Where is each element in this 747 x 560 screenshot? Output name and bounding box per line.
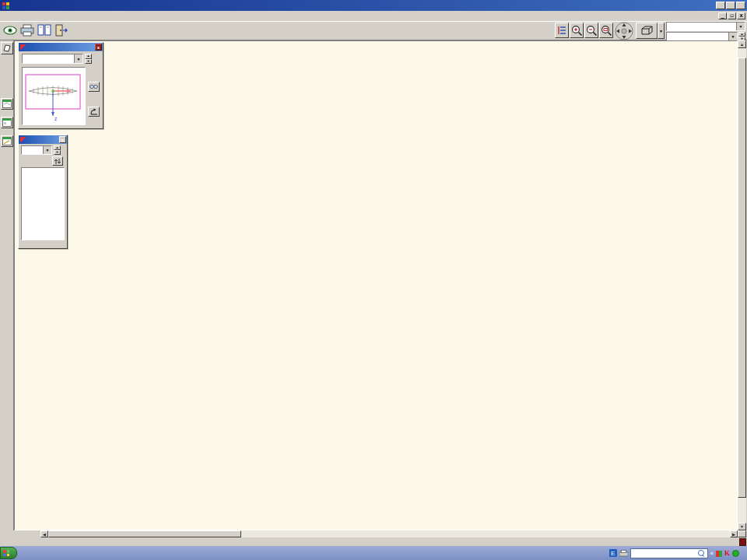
print-preview-button[interactable] — [37, 23, 52, 38]
panel-toggle-ansicht-button[interactable] — [1, 98, 13, 110]
contour-legend — [21, 167, 65, 240]
tray-app-icon[interactable]: E — [609, 546, 617, 560]
panel-close-icon[interactable]: x — [95, 44, 102, 51]
view-apply-button[interactable] — [88, 82, 100, 92]
desktop-search-box[interactable] — [630, 548, 708, 558]
minimize-button[interactable] — [716, 2, 725, 9]
recalc-button[interactable] — [52, 156, 63, 166]
print-button[interactable] — [19, 23, 35, 38]
chevron-down-icon[interactable]: ▼ — [728, 33, 737, 40]
close-button[interactable] — [736, 2, 745, 9]
printer-icon — [20, 24, 34, 37]
title-bar — [0, 0, 747, 11]
zoom-out-icon — [586, 25, 598, 37]
spinner-down-icon[interactable]: ▼ — [85, 59, 92, 65]
curved-arrow-icon — [89, 108, 99, 116]
exit-button[interactable] — [54, 23, 69, 38]
drawing-viewport[interactable]: x ▼ ▲ ▼ — [14, 40, 738, 530]
app-icon — [2, 2, 9, 9]
status-stop-icon[interactable] — [739, 538, 746, 546]
ansicht-panel-titlebar[interactable]: x — [19, 43, 103, 51]
panel-window-icon — [2, 100, 12, 108]
pan-pad-icon — [615, 22, 633, 40]
scroll-down-icon[interactable]: ▼ — [738, 523, 746, 530]
panel-icon — [20, 44, 26, 50]
ebene-combo[interactable]: ▼ — [22, 54, 83, 64]
toolbar: ▼ ▼ ▼ ▲ ▼ — [0, 21, 747, 40]
scroll-left-icon[interactable]: ◀ — [40, 530, 48, 537]
tray-printer-icon[interactable] — [619, 546, 628, 560]
plane-preview-drawing: z — [23, 68, 83, 123]
z-axis-label: z — [54, 116, 57, 121]
polygon-plane-icon — [2, 44, 12, 53]
tray-antivirus-icon[interactable]: K — [724, 549, 730, 557]
status-bar — [0, 537, 747, 546]
horizontal-scrollbar[interactable]: ◀ ▶ — [40, 530, 738, 537]
cube-3d-icon — [639, 25, 654, 37]
zoom-out-button[interactable] — [584, 23, 598, 38]
tree-list-icon — [556, 25, 567, 36]
tray-status-icon[interactable] — [732, 546, 739, 560]
vertical-scroll-thumb[interactable] — [738, 58, 746, 498]
konturen-panel: x ▼ ▲ ▼ — [18, 135, 68, 249]
scroll-right-icon[interactable]: ▶ — [730, 530, 738, 537]
chevron-down-icon[interactable]: ▼ — [736, 23, 745, 30]
contour-spinner[interactable]: ▲ ▼ — [54, 145, 61, 155]
panel-toggle-konturen-button[interactable] — [1, 117, 13, 128]
mdi-minimize-button[interactable]: _ — [718, 12, 727, 19]
exit-door-icon — [54, 24, 68, 37]
tray-color-icon[interactable] — [716, 546, 722, 560]
left-tool-strip — [0, 40, 14, 537]
contour-quantity-combo[interactable]: ▼ — [21, 145, 52, 155]
scroll-corner — [0, 530, 40, 537]
selection-button[interactable] — [88, 107, 100, 117]
eye-icon — [3, 25, 17, 36]
view-3d-dropdown[interactable]: ▼ — [658, 23, 665, 39]
view-glasses-icon — [89, 83, 98, 90]
ansicht-ebenen-panel: x ▼ ▲ ▼ — [18, 42, 103, 129]
search-input[interactable] — [633, 550, 698, 557]
restore-button[interactable] — [726, 2, 735, 9]
scroll-up-icon[interactable]: ▲ — [738, 40, 746, 48]
sort-arrows-icon — [54, 158, 61, 165]
structure-visualization — [15, 41, 738, 530]
panel-icon — [20, 137, 26, 142]
svg-text:E: E — [611, 550, 615, 557]
taskbar: E « K — [0, 546, 747, 560]
chevron-down-icon[interactable]: ▼ — [43, 146, 51, 154]
search-icon[interactable] — [698, 550, 704, 556]
view-3d-button[interactable] — [636, 23, 658, 39]
result-case-combo[interactable]: ▼ — [666, 22, 745, 31]
horizontal-scroll-thumb[interactable] — [48, 530, 241, 537]
plane-preview[interactable]: z — [22, 67, 86, 125]
tray-collapse-icon[interactable]: « — [710, 550, 714, 557]
view-eye-button[interactable] — [2, 23, 18, 38]
panel-close-icon[interactable]: x — [59, 136, 66, 143]
zoom-window-button[interactable] — [599, 23, 613, 38]
ebene-spinner[interactable]: ▲ ▼ — [85, 54, 92, 64]
menu-bar: _ ◻ x — [0, 11, 747, 22]
tree-view-button[interactable] — [555, 23, 569, 38]
konturen-panel-titlebar[interactable]: x — [19, 135, 67, 144]
start-button[interactable] — [0, 547, 17, 559]
vertical-scrollbar[interactable]: ▲ ▼ — [738, 40, 746, 530]
pencil-tool-icon — [2, 137, 12, 145]
spinner-down-icon[interactable]: ▼ — [54, 150, 61, 155]
chevron-down-icon[interactable]: ▼ — [74, 54, 82, 63]
preview-pages-icon — [37, 24, 51, 37]
windows-flag-icon — [3, 550, 9, 556]
panel-window-icon — [2, 118, 12, 127]
mdi-close-button[interactable]: x — [737, 12, 745, 19]
panel-toggle-werkzeug-button[interactable] — [1, 135, 13, 147]
mdi-restore-button[interactable]: ◻ — [728, 12, 736, 19]
plane-select-button[interactable] — [1, 42, 13, 54]
zoom-window-icon — [601, 25, 612, 37]
scroll-corner-button — [738, 530, 746, 537]
zoom-in-button[interactable] — [570, 23, 584, 38]
zoom-in-icon — [571, 25, 583, 37]
